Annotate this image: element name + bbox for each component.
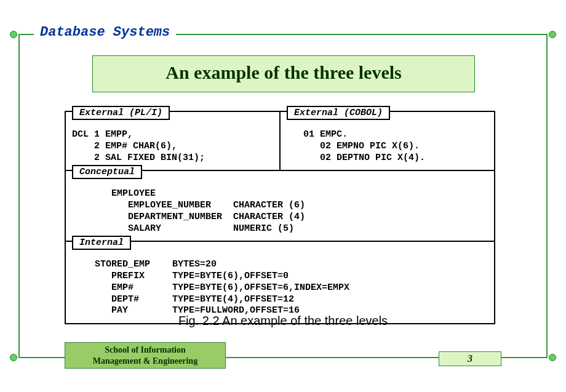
corner-dot-top-left bbox=[10, 31, 17, 38]
corner-dot-bottom-left bbox=[10, 354, 17, 361]
footer-school-line1: School of Information bbox=[65, 345, 225, 356]
external-pl1-box: External (PL/I) DCL 1 EMPP, 2 EMP# CHAR(… bbox=[66, 112, 281, 170]
external-pl1-label: External (PL/I) bbox=[72, 106, 170, 120]
three-level-diagram: External (PL/I) DCL 1 EMPP, 2 EMP# CHAR(… bbox=[65, 111, 495, 324]
course-header: Database Systems bbox=[34, 25, 176, 40]
corner-dot-top-right bbox=[549, 31, 556, 38]
slide-title-box: An example of the three levels bbox=[92, 55, 475, 92]
external-cobol-code: 01 EMPC. 02 EMPNO PIC X(6). 02 DEPTNO PI… bbox=[287, 129, 488, 164]
external-cobol-label: External (COBOL) bbox=[287, 106, 390, 120]
footer-school: School of Information Management & Engin… bbox=[65, 342, 226, 369]
external-pl1-code: DCL 1 EMPP, 2 EMP# CHAR(6), 2 SAL FIXED … bbox=[72, 129, 273, 164]
corner-dot-bottom-right bbox=[549, 354, 556, 361]
conceptual-code: EMPLOYEE EMPLOYEE_NUMBER CHARACTER (6) D… bbox=[78, 188, 488, 234]
external-row: External (PL/I) DCL 1 EMPP, 2 EMP# CHAR(… bbox=[66, 112, 494, 171]
conceptual-box: Conceptual EMPLOYEE EMPLOYEE_NUMBER CHAR… bbox=[66, 171, 494, 242]
footer-pagenum: 3 bbox=[439, 351, 501, 366]
figure-caption: Fig. 2.2 An example of the three levels bbox=[0, 314, 566, 328]
footer-school-line2: Management & Engineering bbox=[65, 356, 225, 367]
conceptual-label: Conceptual bbox=[72, 165, 142, 179]
internal-code: STORED_EMP BYTES=20 PREFIX TYPE=BYTE(6),… bbox=[78, 259, 488, 317]
internal-box: Internal STORED_EMP BYTES=20 PREFIX TYPE… bbox=[66, 242, 494, 323]
slide-title: An example of the three levels bbox=[165, 62, 402, 82]
diagram-outer: External (PL/I) DCL 1 EMPP, 2 EMP# CHAR(… bbox=[65, 111, 495, 324]
external-cobol-box: External (COBOL) 01 EMPC. 02 EMPNO PIC X… bbox=[281, 112, 494, 170]
internal-label: Internal bbox=[72, 236, 131, 250]
